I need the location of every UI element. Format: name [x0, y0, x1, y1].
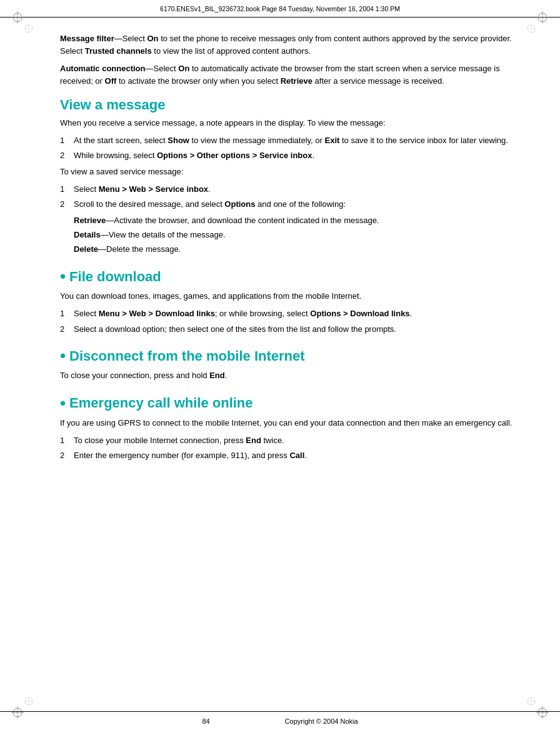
step-content: Scroll to the desired message, and selec…	[74, 198, 515, 211]
file-download-steps: 1 Select Menu > Web > Download links; or…	[60, 308, 515, 335]
step-content: Select a download option; then select on…	[74, 323, 515, 336]
emergency-intro: If you are using GPRS to connect to the …	[60, 417, 515, 429]
step-num: 2	[60, 198, 74, 211]
step-content: Select Menu > Web > Download links; or w…	[74, 308, 515, 320]
step-num: 1	[60, 183, 74, 196]
page-container: 6170.ENESv1_BIL_9236732.book Page 84 Tue…	[0, 0, 560, 730]
emergency-steps: 1 To close your mobile Internet connecti…	[60, 434, 515, 462]
corner-mark-tl	[11, 11, 34, 34]
footer-bar: 84 Copyright © 2004 Nokia	[0, 711, 560, 730]
disconnect-text: To close your connection, press and hold…	[60, 369, 515, 382]
step-content: At the start screen, select Show to view…	[74, 134, 515, 147]
list-item: 1 Select Menu > Web > Service inbox.	[60, 183, 515, 196]
main-content: Message filter—Select On to set the phon…	[60, 22, 515, 706]
copyright: Copyright © 2004 Nokia	[285, 718, 358, 725]
message-filter-para: Message filter—Select On to set the phon…	[60, 32, 515, 58]
list-item: 2 While browsing, select Options > Other…	[60, 149, 515, 162]
step-num: 1	[60, 308, 74, 320]
view-steps-first: 1 At the start screen, select Show to vi…	[60, 134, 515, 162]
step-num: 2	[60, 149, 74, 162]
list-item: 1 At the start screen, select Show to vi…	[60, 134, 515, 147]
saved-service-intro: To view a saved service message:	[60, 166, 515, 178]
list-item: 2 Enter the emergency number (for exampl…	[60, 449, 515, 462]
file-download-heading: File download	[60, 267, 515, 286]
step-content: Select Menu > Web > Service inbox.	[74, 183, 515, 196]
disconnect-heading: Disconnect from the mobile Internet	[60, 346, 515, 366]
emergency-heading: Emergency call while online	[60, 394, 515, 413]
step-content: While browsing, select Options > Other o…	[74, 149, 515, 162]
delete-item: Delete—Delete the message.	[74, 243, 515, 256]
step-num: 2	[60, 449, 74, 462]
step-num: 1	[60, 134, 74, 147]
step-content: To close your mobile Internet connection…	[74, 434, 515, 447]
retrieve-item: Retrieve—Activate the browser, and downl…	[74, 214, 515, 227]
corner-mark-tr	[526, 11, 549, 34]
step-content: Enter the emergency number (for example,…	[74, 449, 515, 462]
list-item: 1 Select Menu > Web > Download links; or…	[60, 308, 515, 320]
file-download-intro: You can download tones, images, games, a…	[60, 290, 515, 302]
list-item: 2 Select a download option; then select …	[60, 323, 515, 336]
list-item: 1 To close your mobile Internet connecti…	[60, 434, 515, 447]
details-item: Details—View the details of the message.	[74, 229, 515, 241]
auto-connection-para: Automatic connection—Select On to automa…	[60, 62, 515, 88]
list-item: 2 Scroll to the desired message, and sel…	[60, 198, 515, 211]
step-num: 1	[60, 434, 74, 447]
step-num: 2	[60, 323, 74, 336]
header-text: 6170.ENESv1_BIL_9236732.book Page 84 Tue…	[160, 5, 400, 12]
page-number: 84	[202, 718, 209, 725]
header-bar: 6170.ENESv1_BIL_9236732.book Page 84 Tue…	[0, 0, 560, 18]
view-message-intro: When you receive a service message, a no…	[60, 117, 515, 129]
view-steps-second: 1 Select Menu > Web > Service inbox. 2 S…	[60, 183, 515, 211]
view-message-heading: View a message	[60, 97, 515, 113]
